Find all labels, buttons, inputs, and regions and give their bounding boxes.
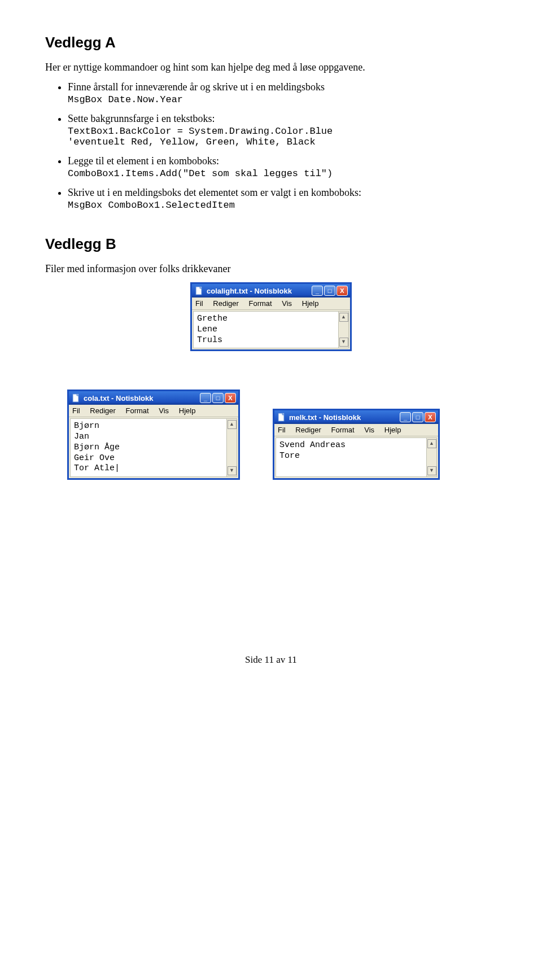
list-item: Finne årstall for inneværende år og skri…	[68, 81, 497, 105]
document-icon	[278, 413, 286, 422]
maximize-button[interactable]: □	[412, 412, 423, 422]
scroll-down-icon[interactable]: ▼	[339, 338, 348, 347]
hint-code: MsgBox ComboBox1.SelectedItem	[68, 200, 497, 211]
hint-code: TextBox1.BackColor = System.Drawing.Colo…	[68, 126, 497, 147]
hint-text: Legge til et element i en komboboks:	[68, 155, 219, 167]
editor-body: Svend Andreas Tore ▲ ▼	[276, 438, 437, 477]
window-title: colalight.txt - Notisblokk	[207, 287, 308, 295]
menu-vis[interactable]: Vis	[364, 426, 374, 434]
menubar[interactable]: Fil Rediger Format Vis Hjelp	[274, 424, 438, 436]
editor-body: Bjørn Jan Bjørn Åge Geir Ove Tor Atle| ▲…	[70, 418, 237, 477]
menu-format[interactable]: Format	[249, 299, 272, 308]
scroll-up-icon[interactable]: ▲	[427, 439, 436, 448]
vedlegg-b-intro: Filer med informasjon over folks drikkev…	[45, 263, 497, 275]
vedlegg-a-intro: Her er nyttige kommandoer og hint som ka…	[45, 62, 497, 73]
menu-hjelp[interactable]: Hjelp	[384, 426, 401, 434]
window-title: melk.txt - Notisblokk	[289, 413, 396, 422]
menubar[interactable]: Fil Rediger Format Vis Hjelp	[69, 405, 238, 417]
minimize-button[interactable]: _	[200, 393, 211, 403]
page: Vedlegg A Her er nyttige kommandoer og h…	[0, 0, 542, 688]
notepad-window-melk[interactable]: melk.txt - Notisblokk _ □ X Fil Rediger …	[273, 409, 439, 479]
menu-fil[interactable]: Fil	[195, 299, 203, 308]
titlebar[interactable]: melk.txt - Notisblokk _ □ X	[274, 410, 438, 424]
menu-fil[interactable]: Fil	[72, 406, 80, 415]
titlebar[interactable]: cola.txt - Notisblokk _ □ X	[69, 391, 238, 405]
hints-list: Finne årstall for inneværende år og skri…	[45, 81, 497, 211]
hint-text: Finne årstall for inneværende år og skri…	[68, 81, 325, 93]
list-item: Sette bakgrunnsfarge i en tekstboks: Tex…	[68, 113, 497, 147]
menu-hjelp[interactable]: Hjelp	[179, 406, 196, 415]
window-title: cola.txt - Notisblokk	[84, 394, 196, 403]
menu-rediger[interactable]: Rediger	[90, 406, 116, 415]
scroll-down-icon[interactable]: ▼	[228, 466, 237, 475]
close-button[interactable]: X	[425, 412, 436, 422]
vedlegg-b-title: Vedlegg B	[45, 235, 497, 253]
hint-code: MsgBox Date.Now.Year	[68, 94, 497, 105]
maximize-button[interactable]: □	[324, 286, 335, 296]
scroll-up-icon[interactable]: ▲	[339, 313, 348, 322]
vedlegg-a-title: Vedlegg A	[45, 34, 497, 51]
menu-rediger[interactable]: Rediger	[295, 426, 321, 434]
figure-row-2: cola.txt - Notisblokk _ □ X Fil Rediger …	[45, 390, 497, 479]
scrollbar[interactable]: ▲ ▼	[426, 438, 436, 476]
figures: colalight.txt - Notisblokk _ □ X Fil Red…	[45, 283, 497, 479]
editor-body: Grethe Lene Truls ▲ ▼	[193, 311, 349, 348]
hint-text: Skrive ut i en meldingsboks det elemente…	[68, 187, 361, 198]
editor-text[interactable]: Svend Andreas Tore	[276, 438, 426, 476]
scroll-down-icon[interactable]: ▼	[427, 466, 436, 475]
editor-text[interactable]: Bjørn Jan Bjørn Åge Geir Ove Tor Atle|	[71, 419, 226, 476]
close-button[interactable]: X	[225, 393, 236, 403]
notepad-window-colalight[interactable]: colalight.txt - Notisblokk _ □ X Fil Red…	[191, 283, 351, 351]
menu-vis[interactable]: Vis	[282, 299, 292, 308]
figure-row-1: colalight.txt - Notisblokk _ □ X Fil Red…	[45, 283, 497, 351]
menu-fil[interactable]: Fil	[278, 426, 286, 434]
page-footer: Side 11 av 11	[45, 654, 497, 666]
vedlegg-b-section: Vedlegg B Filer med informasjon over fol…	[45, 235, 497, 479]
window-buttons: _ □ X	[200, 393, 236, 403]
titlebar[interactable]: colalight.txt - Notisblokk _ □ X	[192, 284, 350, 298]
list-item: Skrive ut i en meldingsboks det elemente…	[68, 187, 497, 211]
window-buttons: _ □ X	[312, 286, 348, 296]
menu-rediger[interactable]: Rediger	[213, 299, 239, 308]
document-icon	[195, 286, 203, 295]
hint-text: Sette bakgrunnsfarge i en tekstboks:	[68, 113, 215, 124]
maximize-button[interactable]: □	[212, 393, 224, 403]
editor-text[interactable]: Grethe Lene Truls	[194, 312, 338, 348]
scrollbar[interactable]: ▲ ▼	[338, 312, 348, 348]
list-item: Legge til et element i en komboboks: Com…	[68, 155, 497, 179]
document-icon	[72, 393, 80, 403]
minimize-button[interactable]: _	[312, 286, 323, 296]
menu-format[interactable]: Format	[126, 406, 149, 415]
scrollbar[interactable]: ▲ ▼	[226, 419, 237, 476]
menu-hjelp[interactable]: Hjelp	[302, 299, 319, 308]
window-buttons: _ □ X	[400, 412, 436, 422]
minimize-button[interactable]: _	[400, 412, 411, 422]
menu-format[interactable]: Format	[331, 426, 355, 434]
notepad-window-cola[interactable]: cola.txt - Notisblokk _ □ X Fil Rediger …	[68, 390, 239, 479]
menubar[interactable]: Fil Rediger Format Vis Hjelp	[192, 298, 350, 310]
menu-vis[interactable]: Vis	[159, 406, 169, 415]
hint-code: ComboBox1.Items.Add("Det som skal legges…	[68, 168, 497, 179]
close-button[interactable]: X	[336, 286, 348, 296]
scroll-up-icon[interactable]: ▲	[228, 420, 237, 429]
